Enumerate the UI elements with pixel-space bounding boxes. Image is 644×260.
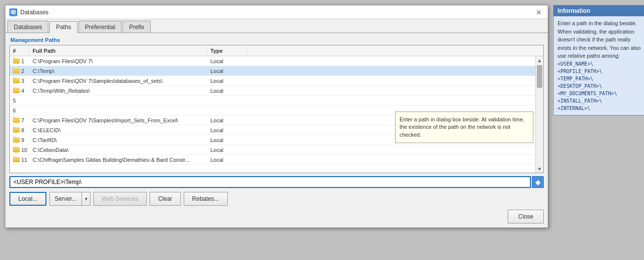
row-num: 4 xyxy=(10,87,30,94)
window-title: Databases xyxy=(20,9,48,16)
tab-preferential[interactable]: Preferential xyxy=(79,21,121,33)
local-button[interactable]: Local... xyxy=(9,192,46,206)
row-type: Local xyxy=(207,58,247,65)
row-num: 9 xyxy=(10,137,30,144)
col-header-num: # xyxy=(10,47,30,55)
info-panel-title: Information xyxy=(554,5,644,16)
row-num: 7 xyxy=(10,117,30,124)
row-path: C:\Temp\ xyxy=(30,68,207,74)
title-bar-left: Databases xyxy=(9,8,48,16)
row-num: 10 xyxy=(10,147,30,153)
row-path: C:\Program Files\QDV 7\ xyxy=(30,58,207,65)
row-type xyxy=(207,100,247,101)
path-var-5: <MY_DOCUMENTS_PATH>\ xyxy=(558,90,644,97)
section-label: Management Paths xyxy=(9,37,544,43)
info-panel-content: Enter a path in the dialog beside. When … xyxy=(554,16,644,115)
folder-icon xyxy=(13,137,20,143)
table-header: # Full Path Type xyxy=(10,45,543,56)
content-area: Management Paths # Full Path Type 1 C:\P… xyxy=(5,33,548,227)
title-bar: Databases ✕ xyxy=(5,5,548,19)
tab-prefix[interactable]: Prefix xyxy=(122,21,151,33)
row-num: 2 xyxy=(10,68,30,74)
col-header-type: Type xyxy=(207,47,247,55)
row-type: Local xyxy=(207,77,247,84)
server-button[interactable]: Server... ▼ xyxy=(49,192,91,206)
table-row[interactable]: 1 C:\Program Files\QDV 7\ Local xyxy=(10,56,543,66)
row-num: 8 xyxy=(10,127,30,134)
row-path xyxy=(30,110,207,111)
table-row[interactable]: 10 C:\CebeoData\ Local xyxy=(10,145,543,155)
web-services-button[interactable]: Web Services xyxy=(93,192,147,206)
folder-icon xyxy=(13,117,20,123)
row-path: C:\ELECID\ xyxy=(30,127,207,134)
tab-paths[interactable]: Paths xyxy=(49,21,78,33)
table-row[interactable]: 2 C:\Temp\ Local xyxy=(10,66,543,76)
row-type: Local xyxy=(207,156,247,163)
row-type: Local xyxy=(207,117,247,124)
path-var-4: <DESKTOP_PATH>\ xyxy=(558,82,644,90)
folder-icon xyxy=(13,68,20,74)
scrollbar[interactable]: ▲ ▼ xyxy=(535,56,543,173)
row-num: 1 xyxy=(10,58,30,65)
table-row[interactable]: 11 C:\Chiffrage\Samples Gildas Building\… xyxy=(10,155,543,165)
close-window-button[interactable]: ✕ xyxy=(534,7,544,17)
row-num: 3 xyxy=(10,77,30,84)
folder-icon xyxy=(13,157,20,162)
server-button-main[interactable]: Server... xyxy=(50,192,82,205)
row-path: C:\Program Files\QDV 7\Samples\Import_Se… xyxy=(30,117,207,124)
folder-icon xyxy=(13,58,20,64)
row-path: C:\CebeoData\ xyxy=(30,147,207,153)
folder-icon xyxy=(13,88,20,93)
col-header-path: Full Path xyxy=(30,47,207,55)
row-type: Local xyxy=(207,87,247,94)
info-panel: Information Enter a path in the dialog b… xyxy=(553,5,644,115)
folder-icon xyxy=(13,78,20,83)
bottom-row: Close xyxy=(9,210,544,223)
table-row[interactable]: 4 C:\Temp\With_Rebates\ Local xyxy=(10,86,543,96)
path-input[interactable] xyxy=(9,176,531,188)
server-dropdown-arrow[interactable]: ▼ xyxy=(82,192,90,205)
paths-table: # Full Path Type 1 C:\Program Files\QDV … xyxy=(9,45,544,173)
row-path xyxy=(30,100,207,101)
row-type: Local xyxy=(207,147,247,153)
databases-window: Databases ✕ Databases Paths Preferential… xyxy=(5,5,548,228)
tab-bar: Databases Paths Preferential Prefix xyxy=(5,19,548,33)
row-type: Local xyxy=(207,68,247,74)
row-path: C:\Chiffrage\Samples Gildas Building\Dem… xyxy=(30,156,207,163)
path-tooltip: Enter a path in dialog box beside. At va… xyxy=(395,111,533,143)
close-button[interactable]: Close xyxy=(508,210,544,223)
path-var-6: <INSTALL_PATH>\ xyxy=(558,97,644,105)
path-var-2: <PROFILE_PATH>\ xyxy=(558,68,644,75)
row-num: 5 xyxy=(10,97,30,104)
row-type: Local xyxy=(207,137,247,144)
svg-point-2 xyxy=(11,12,16,14)
tab-databases[interactable]: Databases xyxy=(7,21,48,33)
rebates-button[interactable]: Rebates... xyxy=(184,192,228,206)
path-var-7: <INTERNAL>\ xyxy=(558,105,644,112)
path-var-3: <TEMP_PATH>\ xyxy=(558,75,644,82)
table-row[interactable]: 5 xyxy=(10,96,543,106)
row-num: 6 xyxy=(10,107,30,114)
database-icon xyxy=(9,8,17,16)
row-path: C:\Temp\With_Rebates\ xyxy=(30,87,207,94)
row-type: Local xyxy=(207,127,247,134)
path-input-row: ◆ xyxy=(9,176,544,188)
row-type xyxy=(207,110,247,111)
table-row[interactable]: 3 C:\Program Files\QDV 7\Samples\databas… xyxy=(10,76,543,86)
path-var-1: <USER_NAME>\ xyxy=(558,60,644,68)
row-path: C:\Program Files\QDV 7\Samples\databases… xyxy=(30,77,207,84)
clear-button[interactable]: Clear xyxy=(150,192,181,206)
row-path: C:\TarifID\ xyxy=(30,137,207,144)
row-num: 11 xyxy=(10,156,30,163)
folder-icon xyxy=(13,147,20,152)
button-row: Local... Server... ▼ Web Services Clear … xyxy=(9,192,544,206)
folder-icon xyxy=(13,127,20,133)
info-button[interactable]: ◆ xyxy=(532,176,544,188)
